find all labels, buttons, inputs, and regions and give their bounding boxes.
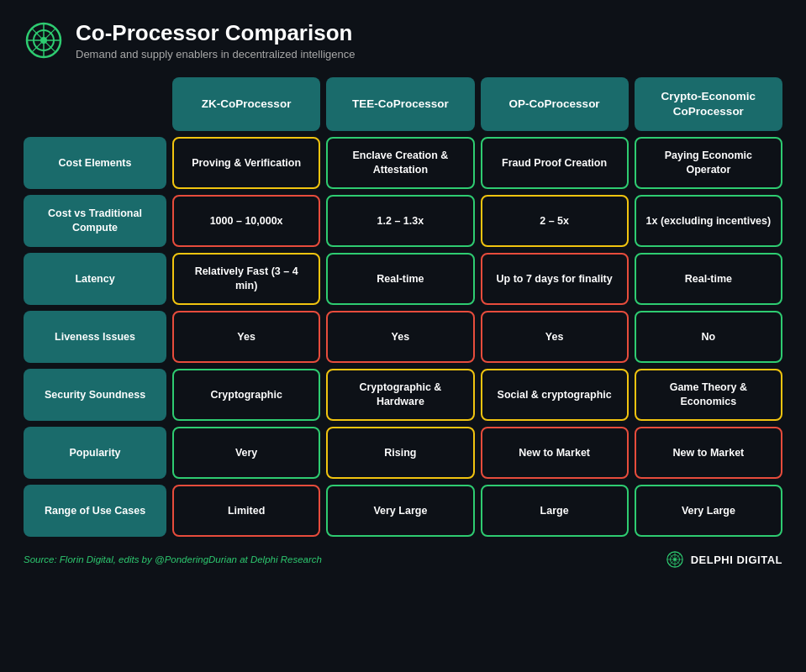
col-header-zk: ZK-CoProcessor	[172, 77, 320, 131]
table-grid: ZK-CoProcessor TEE-CoProcessor OP-CoProc…	[24, 77, 782, 131]
footer-source: Source: Florin Digital, edits by @Ponder…	[24, 554, 322, 564]
col-header-op: OP-CoProcessor	[481, 77, 629, 131]
col-header-tee: TEE-CoProcessor	[326, 77, 474, 131]
cell-3-0: Yes	[172, 311, 320, 363]
cell-4-1: Cryptographic & Hardware	[326, 369, 474, 421]
footer-brand: DELPHI DIGITAL	[666, 550, 782, 569]
col-header-ce: Crypto-Economic CoProcessor	[635, 77, 782, 131]
page-header: Co-Processor Comparison Demand and suppl…	[24, 20, 782, 60]
cell-3-3: No	[635, 311, 782, 363]
cell-0-3: Paying Economic Operator	[635, 137, 782, 189]
table-row-5: PopularityVeryRisingNew to MarketNew to …	[24, 427, 782, 479]
cell-5-0: Very	[172, 427, 320, 479]
cell-4-3: Game Theory & Economics	[635, 369, 782, 421]
table-row-0: Cost ElementsProving & VerificationEncla…	[24, 137, 782, 189]
cell-0-0: Proving & Verification	[172, 137, 320, 189]
cell-1-1: 1.2 – 1.3x	[326, 195, 474, 247]
cell-1-0: 1000 – 10,000x	[172, 195, 320, 247]
cell-5-2: New to Market	[481, 427, 629, 479]
row-label-0: Cost Elements	[24, 137, 166, 189]
header-text: Co-Processor Comparison Demand and suppl…	[76, 20, 355, 60]
row-label-5: Popularity	[24, 427, 166, 479]
row-label-6: Range of Use Cases	[24, 485, 166, 537]
cell-5-3: New to Market	[635, 427, 782, 479]
cell-4-0: Cryptographic	[172, 369, 320, 421]
cell-1-3: 1x (excluding incentives)	[635, 195, 782, 247]
cell-6-0: Limited	[172, 485, 320, 537]
table-row-6: Range of Use CasesLimitedVery LargeLarge…	[24, 485, 782, 537]
data-rows: Cost ElementsProving & VerificationEncla…	[24, 137, 782, 537]
table-row-4: Security SoundnessCryptographicCryptogra…	[24, 369, 782, 421]
table-row-2: LatencyRelatively Fast (3 – 4 min)Real-t…	[24, 253, 782, 305]
cell-0-1: Enclave Creation & Attestation	[326, 137, 474, 189]
cell-6-3: Very Large	[635, 485, 782, 537]
page-title: Co-Processor Comparison	[76, 20, 355, 46]
cell-1-2: 2 – 5x	[481, 195, 629, 247]
col-header-empty	[24, 77, 166, 131]
cell-4-2: Social & cryptographic	[481, 369, 629, 421]
footer-brand-name: DELPHI DIGITAL	[691, 554, 782, 566]
cell-5-1: Rising	[326, 427, 474, 479]
footer-source-text: Source: Florin Digital, edits by @Ponder…	[24, 554, 322, 564]
footer: Source: Florin Digital, edits by @Ponder…	[24, 550, 782, 569]
cell-0-2: Fraud Proof Creation	[481, 137, 629, 189]
delphi-logo-icon	[24, 20, 64, 60]
cell-6-2: Large	[481, 485, 629, 537]
cell-2-0: Relatively Fast (3 – 4 min)	[172, 253, 320, 305]
cell-2-3: Real-time	[635, 253, 782, 305]
row-label-3: Liveness Issues	[24, 311, 166, 363]
cell-6-1: Very Large	[326, 485, 474, 537]
table-row-1: Cost vs Traditional Compute1000 – 10,000…	[24, 195, 782, 247]
table-row-3: Liveness IssuesYesYesYesNo	[24, 311, 782, 363]
row-label-2: Latency	[24, 253, 166, 305]
cell-3-1: Yes	[326, 311, 474, 363]
cell-3-2: Yes	[481, 311, 629, 363]
cell-2-1: Real-time	[326, 253, 474, 305]
comparison-table: ZK-CoProcessor TEE-CoProcessor OP-CoProc…	[24, 77, 782, 537]
footer-brand-icon	[666, 550, 684, 569]
page-subtitle: Demand and supply enablers in decentrali…	[76, 48, 355, 60]
row-label-4: Security Soundness	[24, 369, 166, 421]
row-label-1: Cost vs Traditional Compute	[24, 195, 166, 247]
cell-2-2: Up to 7 days for finality	[481, 253, 629, 305]
